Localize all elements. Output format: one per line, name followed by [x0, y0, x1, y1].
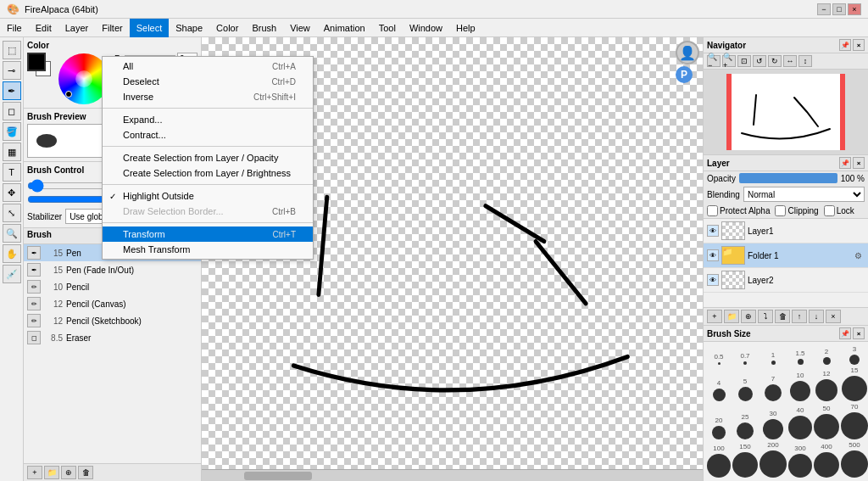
color-foreground-swatch[interactable]: [27, 53, 46, 71]
menu-inverse[interactable]: Inverse Ctrl+Shift+I: [103, 89, 313, 104]
nav-rotate-cw[interactable]: ↻: [768, 55, 782, 67]
bs-col-400[interactable]: 400: [814, 443, 839, 478]
tool-select[interactable]: ⬚: [3, 41, 21, 59]
menu-transform[interactable]: Transform Ctrl+T: [103, 227, 313, 242]
menu-tool[interactable]: Tool: [372, 19, 403, 37]
tool-pen[interactable]: ✒: [3, 81, 21, 100]
tool-zoom[interactable]: 🔍: [3, 224, 21, 243]
menu-file[interactable]: File: [0, 19, 29, 37]
bs-col-150[interactable]: 150: [732, 443, 758, 478]
menu-shape[interactable]: Shape: [169, 19, 209, 37]
brush-item-pencil[interactable]: ✏ 10 Pencil: [24, 278, 201, 295]
bs-col-7[interactable]: 7: [760, 375, 787, 401]
menu-brush[interactable]: Brush: [245, 19, 283, 37]
menu-create-selection-opacity[interactable]: Create Selection from Layer / Opacity: [103, 150, 313, 165]
bs-col-12[interactable]: 12: [814, 370, 839, 401]
bs-col-40[interactable]: 40: [788, 406, 812, 439]
bs-col-50[interactable]: 50: [814, 405, 839, 439]
bs-col-2[interactable]: 2: [814, 348, 839, 365]
brush-size-pin[interactable]: 📌: [839, 327, 851, 339]
menu-all[interactable]: All Ctrl+A: [103, 59, 313, 74]
nav-zoom-in[interactable]: 🔍+: [722, 55, 736, 67]
navigator-preview[interactable]: [704, 70, 868, 154]
bs-col-10[interactable]: 10: [788, 372, 812, 401]
brush-item-pen-fade[interactable]: ✒ 15 Pen (Fade In/Out): [24, 261, 201, 278]
layer-down-button[interactable]: ↓: [809, 310, 824, 323]
lock-label[interactable]: Lock: [824, 205, 854, 216]
bs-col-30[interactable]: 30: [760, 410, 787, 439]
menu-layer[interactable]: Layer: [58, 19, 96, 37]
layer-eye-layer1[interactable]: 👁: [707, 225, 719, 237]
layer-folder-button[interactable]: 📁: [724, 310, 739, 323]
brush-folder-button[interactable]: 📁: [44, 466, 59, 479]
menu-animation[interactable]: Animation: [317, 19, 372, 37]
minimize-button[interactable]: −: [817, 3, 831, 15]
layer-copy-button[interactable]: ⊕: [741, 310, 756, 323]
bs-col-20[interactable]: 20: [707, 417, 731, 439]
bs-col-15[interactable]: 15: [841, 366, 868, 401]
menu-color[interactable]: Color: [209, 19, 245, 37]
bs-col-500[interactable]: 500: [841, 441, 868, 478]
layer-merge-button[interactable]: ⤵: [758, 310, 773, 323]
tool-move[interactable]: ✥: [3, 183, 21, 202]
tool-eyedropper[interactable]: 💉: [3, 265, 21, 283]
layer-item-folder1[interactable]: 👁 📁 Folder 1 ⚙: [704, 243, 868, 268]
brush-size-close[interactable]: ×: [853, 327, 865, 339]
menu-view[interactable]: View: [283, 19, 317, 37]
navigator-close[interactable]: ×: [853, 39, 865, 51]
layer-gear-folder1[interactable]: ⚙: [851, 249, 865, 262]
navigator-pin[interactable]: 📌: [839, 39, 851, 51]
bs-col-100[interactable]: 100: [707, 445, 731, 478]
tool-eraser[interactable]: ◻: [3, 102, 21, 120]
nav-zoom-out[interactable]: 🔍−: [707, 55, 721, 67]
opacity-slider[interactable]: [739, 173, 837, 183]
brush-delete-button[interactable]: 🗑: [78, 466, 93, 479]
bs-col-300[interactable]: 300: [788, 445, 812, 478]
layer-clear-button[interactable]: 🗑: [775, 310, 790, 323]
nav-fit[interactable]: ⊡: [737, 55, 751, 67]
nav-flip-v[interactable]: ↕: [798, 55, 812, 67]
lock-checkbox[interactable]: [824, 205, 835, 216]
bs-col-5[interactable]: 5: [732, 378, 758, 401]
layer-close[interactable]: ×: [853, 157, 865, 169]
menu-create-selection-brightness[interactable]: Create Selection from Layer / Brightness: [103, 165, 313, 181]
clipping-checkbox[interactable]: [775, 205, 786, 216]
bs-col-25[interactable]: 25: [732, 413, 758, 439]
bs-col-3[interactable]: 3: [841, 345, 868, 365]
menu-edit[interactable]: Edit: [29, 19, 58, 37]
layer-eye-folder1[interactable]: 👁: [707, 249, 719, 261]
bs-col-0.7[interactable]: 0.7: [732, 352, 758, 365]
nav-flip-h[interactable]: ↔: [783, 55, 797, 67]
tool-lasso[interactable]: ⊸: [3, 61, 21, 80]
tool-transform[interactable]: ⤡: [3, 204, 21, 222]
layer-up-button[interactable]: ↑: [792, 310, 807, 323]
maximize-button[interactable]: □: [832, 3, 846, 15]
protect-alpha-label[interactable]: Protect Alpha: [707, 205, 770, 216]
menu-help[interactable]: Help: [449, 19, 482, 37]
bs-col-70[interactable]: 70: [841, 403, 868, 439]
menu-highlight-outside[interactable]: Highlight Outside: [103, 188, 313, 204]
layer-add-button[interactable]: +: [707, 310, 722, 323]
bs-col-4[interactable]: 4: [707, 379, 731, 401]
bs-col-1.5[interactable]: 1.5: [788, 350, 812, 365]
menu-deselect[interactable]: Deselect Ctrl+D: [103, 74, 313, 89]
menu-mesh-transform[interactable]: Mesh Transform: [103, 242, 313, 257]
tool-text[interactable]: T: [3, 163, 21, 182]
bs-col-1[interactable]: 1: [760, 351, 787, 365]
blending-select[interactable]: Normal Multiply Screen Overlay: [743, 187, 865, 202]
layer-eye-layer2[interactable]: 👁: [707, 274, 719, 286]
layer-delete-button[interactable]: ×: [826, 310, 841, 323]
bs-col-0.5[interactable]: 0.5: [707, 353, 731, 365]
brush-copy-button[interactable]: ⊕: [61, 466, 76, 479]
tool-fill[interactable]: 🪣: [3, 122, 21, 141]
brush-item-pencil-sketchbook[interactable]: ✏ 12 Pencil (Sketchbook): [24, 312, 201, 329]
brush-item-pencil-canvas[interactable]: ✏ 12 Pencil (Canvas): [24, 295, 201, 312]
layer-item-layer1[interactable]: 👁 Layer1: [704, 219, 868, 243]
bs-col-200[interactable]: 200: [760, 441, 787, 478]
protect-alpha-checkbox[interactable]: [707, 205, 718, 216]
brush-item-eraser[interactable]: ◻ 8.5 Eraser: [24, 329, 201, 346]
clipping-label[interactable]: Clipping: [775, 205, 818, 216]
menu-window[interactable]: Window: [403, 19, 449, 37]
menu-select[interactable]: Select: [130, 19, 170, 37]
menu-expand[interactable]: Expand...: [103, 112, 313, 127]
